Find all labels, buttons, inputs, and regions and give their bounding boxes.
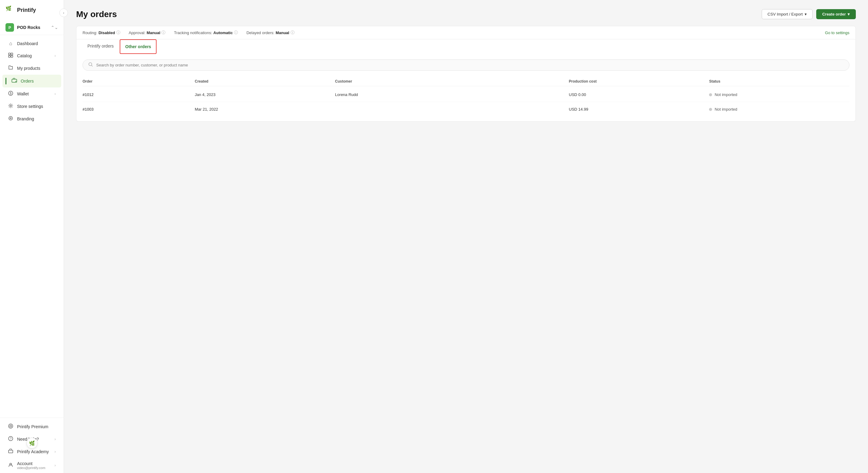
order-customer: Lorena Rudd	[335, 92, 569, 97]
routing-info-icon: ⓘ	[116, 30, 120, 35]
tracking-value: Automatic	[214, 30, 233, 35]
store-selector[interactable]: P POD Rocks ⌃⌄	[0, 20, 64, 35]
col-production-cost: Production cost	[569, 79, 709, 84]
svg-rect-4	[12, 79, 17, 82]
floating-badge-icon: 🌿	[29, 440, 35, 446]
status-label: Not imported	[714, 107, 737, 112]
sidebar-item-label: My products	[17, 66, 56, 71]
help-icon: ?	[8, 436, 13, 442]
tabs-container: Printify orders Other orders	[76, 39, 856, 55]
order-created: Mar 21, 2022	[195, 107, 335, 112]
sidebar-collapse-button[interactable]: ‹	[59, 8, 68, 17]
search-icon	[88, 62, 93, 68]
sidebar-item-label: Orders	[21, 79, 56, 84]
header-actions: CSV Import / Export ▾ Create order ▾	[762, 9, 856, 19]
sidebar-item-label: Catalog	[17, 53, 51, 58]
account-label: Account	[17, 461, 51, 466]
sidebar-item-label: Printify Academy	[17, 449, 51, 454]
sidebar-item-dashboard[interactable]: ⌂ Dashboard	[2, 38, 61, 49]
catalog-icon	[8, 53, 13, 59]
premium-icon	[8, 424, 13, 430]
svg-point-5	[16, 81, 17, 82]
svg-rect-2	[8, 56, 10, 57]
account-icon	[8, 462, 13, 468]
sidebar-item-printify-premium[interactable]: Printify Premium	[2, 421, 61, 433]
sidebar-item-branding[interactable]: Branding	[2, 113, 61, 125]
my-products-icon	[8, 65, 13, 71]
logo: 🌿 Printify	[0, 0, 64, 20]
table-header: Order Created Customer Production cost S…	[83, 77, 849, 86]
academy-arrow-icon: ›	[55, 449, 56, 454]
orders-card: Order Created Customer Production cost S…	[76, 55, 856, 122]
approval-setting: Approval: Manual ⓘ	[129, 30, 166, 35]
order-status: Not imported	[709, 107, 849, 112]
approval-label: Approval:	[129, 30, 146, 35]
sidebar-item-wallet[interactable]: $ Wallet ›	[2, 88, 61, 100]
col-customer: Customer	[335, 79, 569, 84]
order-status: Not imported	[709, 92, 849, 97]
main-nav: ⌂ Dashboard Catalog › My products Orders	[0, 37, 64, 125]
sidebar-item-store-settings[interactable]: Store settings	[2, 100, 61, 113]
sidebar-item-label: Dashboard	[17, 41, 56, 46]
search-bar[interactable]	[83, 59, 849, 71]
table-row[interactable]: #1012 Jan 4, 2023 Lorena Rudd USD 0.00 N…	[83, 87, 849, 102]
svg-point-12	[10, 425, 11, 427]
wallet-icon: $	[8, 91, 13, 97]
store-name: POD Rocks	[17, 25, 48, 30]
approval-info-icon: ⓘ	[161, 30, 165, 35]
create-order-button[interactable]: Create order ▾	[816, 9, 856, 19]
dashboard-icon: ⌂	[8, 41, 13, 46]
order-production-cost: USD 0.00	[569, 92, 709, 97]
sidebar-item-label: Branding	[17, 116, 56, 121]
help-arrow-icon: ›	[55, 437, 56, 441]
sidebar-item-orders[interactable]: Orders	[2, 75, 61, 87]
sidebar-item-label: Wallet	[17, 91, 51, 96]
sidebar-item-catalog[interactable]: Catalog ›	[2, 50, 61, 62]
store-settings-icon	[8, 103, 13, 110]
delayed-value: Manual	[276, 30, 289, 35]
delayed-label: Delayed orders:	[246, 30, 274, 35]
svg-point-9	[9, 116, 12, 120]
tab-printify-orders[interactable]: Printify orders	[83, 39, 119, 55]
sidebar-item-my-products[interactable]: My products	[2, 62, 61, 75]
table-row[interactable]: #1003 Mar 21, 2022 USD 14.99 Not importe…	[83, 102, 849, 116]
delayed-setting: Delayed orders: Manual ⓘ	[246, 30, 294, 35]
tracking-setting: Tracking notifications: Automatic ⓘ	[174, 30, 238, 35]
order-number: #1003	[83, 107, 195, 112]
create-button-label: Create order	[822, 12, 846, 17]
store-chevron-icon: ⌃⌄	[51, 25, 58, 30]
order-number: #1012	[83, 92, 195, 97]
routing-setting: Routing: Disabled ⓘ	[83, 30, 120, 35]
tracking-info-icon: ⓘ	[234, 30, 238, 35]
approval-value: Manual	[147, 30, 160, 35]
col-created: Created	[195, 79, 335, 84]
svg-rect-15	[8, 450, 13, 453]
go-to-settings-link[interactable]: Go to settings	[825, 30, 849, 35]
svg-point-10	[10, 118, 11, 119]
main-content: My orders CSV Import / Export ▾ Create o…	[64, 0, 868, 473]
logo-text: Printify	[17, 7, 36, 13]
csv-button-label: CSV Import / Export	[768, 12, 803, 17]
csv-chevron-icon: ▾	[805, 12, 807, 17]
store-icon: P	[5, 23, 14, 32]
sidebar-item-label: Store settings	[17, 104, 56, 109]
tab-other-orders[interactable]: Other orders	[120, 39, 157, 54]
floating-badge[interactable]: 🌿	[27, 438, 37, 449]
csv-import-export-button[interactable]: CSV Import / Export ▾	[762, 9, 812, 19]
academy-icon	[8, 449, 13, 455]
col-status: Status	[709, 79, 849, 84]
page-title: My orders	[76, 9, 117, 19]
status-dot	[709, 93, 712, 96]
col-order: Order	[83, 79, 195, 84]
svg-rect-0	[8, 53, 10, 55]
status-dot	[709, 108, 712, 111]
routing-value: Disabled	[98, 30, 115, 35]
sidebar-item-account[interactable]: Account video@printify.com ›	[2, 458, 61, 473]
sidebar: 🌿 Printify ‹ P POD Rocks ⌃⌄ ⌂ Dashboard …	[0, 0, 64, 473]
catalog-arrow-icon: ›	[55, 54, 56, 58]
search-input[interactable]	[96, 63, 844, 67]
branding-icon	[8, 116, 13, 122]
svg-point-8	[10, 105, 11, 107]
svg-text:$: $	[10, 92, 11, 95]
svg-text:?: ?	[10, 437, 11, 440]
